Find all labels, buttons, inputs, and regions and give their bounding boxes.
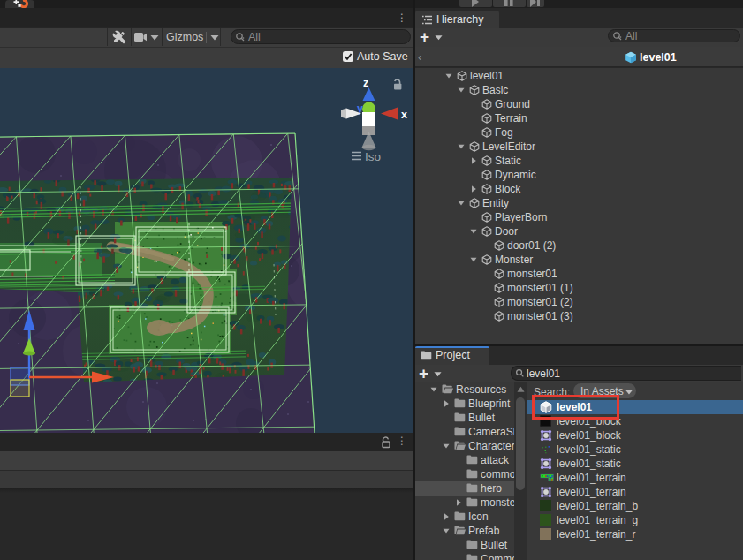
svg-text:z: z	[363, 77, 368, 89]
svg-text:x: x	[401, 109, 407, 121]
svg-text:Iso: Iso	[365, 150, 381, 163]
